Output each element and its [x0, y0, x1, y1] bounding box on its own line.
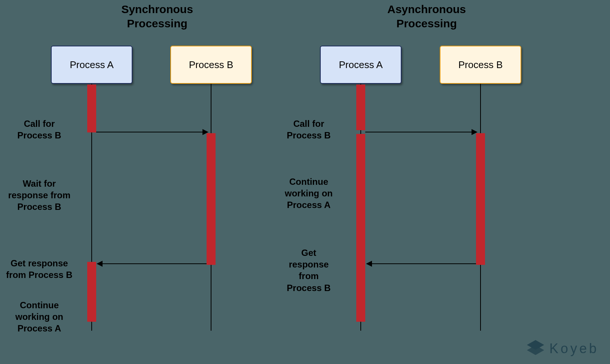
async-arrow-call	[365, 132, 475, 132]
sync-process-b-label: Process B	[189, 59, 234, 71]
async-process-b-label: Process B	[458, 59, 503, 71]
sync-process-a-label: Process A	[70, 59, 113, 71]
brand-name: Koyeb	[549, 341, 599, 357]
async-process-b-box: Process B	[440, 46, 521, 84]
sync-activity-a1	[87, 85, 96, 132]
sync-label-cont: Continueworking onProcess A	[0, 299, 82, 334]
sync-label-get: Get responsefrom Process B	[0, 257, 82, 281]
sync-label-wait: Wait forresponse fromProcess B	[0, 178, 82, 213]
async-arrow-response	[370, 263, 476, 264]
async-process-a-label: Process A	[339, 59, 382, 71]
async-activity-b	[476, 133, 485, 265]
async-label-get: GetresponsefromProcess B	[266, 247, 352, 294]
sync-process-a-box: Process A	[51, 46, 132, 84]
stack-icon	[527, 340, 544, 357]
async-label-cont: Continueworking onProcess A	[266, 176, 352, 211]
sync-activity-a2	[87, 262, 96, 322]
async-arrow-response-head	[366, 261, 372, 267]
async-arrow-call-head	[472, 129, 478, 135]
async-label-call: Call forProcess B	[266, 118, 352, 141]
sync-label-call: Call forProcess B	[0, 118, 82, 141]
sync-activity-b	[207, 133, 216, 265]
sync-arrow-response	[101, 263, 207, 264]
brand-logo: Koyeb	[527, 340, 599, 357]
sync-title: SynchronousProcessing	[101, 2, 213, 30]
async-activity-a-main	[356, 134, 365, 322]
async-activity-a-top	[356, 85, 365, 130]
sync-arrow-call	[96, 132, 205, 132]
sync-arrow-response-head	[97, 261, 103, 267]
async-process-a-box: Process A	[320, 46, 402, 84]
sync-arrow-call-head	[202, 129, 208, 135]
sync-process-b-box: Process B	[170, 46, 252, 84]
async-title: AsynchronousProcessing	[370, 2, 483, 30]
